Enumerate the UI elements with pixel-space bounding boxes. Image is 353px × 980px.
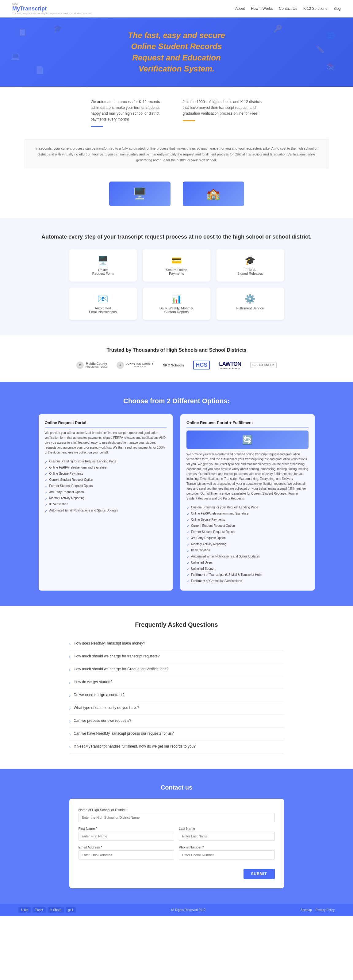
faq-item[interactable]: ›What type of data security do you have? <box>69 702 284 715</box>
logo-hcs: HCS <box>193 361 210 369</box>
faq-list: ›How does NeedMyTranscript make money?›H… <box>69 638 284 753</box>
faq-item[interactable]: ›How do we get started? <box>69 676 284 689</box>
option-portal-desc: We provide you with a customized branded… <box>45 431 167 455</box>
faq-arrow-icon: › <box>69 693 71 698</box>
faq-item[interactable]: ›Can we process our own requests? <box>69 715 284 728</box>
logo-nkc-text: NKC Schools <box>163 363 184 367</box>
option-fulfillment-desc: We provide you with a customized branded… <box>186 452 308 501</box>
faq-arrow-icon: › <box>69 706 71 711</box>
intro-left-text: We automate the process for K-12 records… <box>91 99 170 123</box>
faq-question[interactable]: Can we have NeedMyTranscript process our… <box>74 731 173 736</box>
lawton-sub: PUBLIC SCHOOLS <box>219 368 241 369</box>
phone-input[interactable] <box>179 850 275 859</box>
footer-social: f LikeTweetin Shareg+1 <box>18 907 76 913</box>
nav-link-contact-us[interactable]: Contact Us <box>279 6 297 11</box>
feature-label: OnlineRequest Form <box>74 268 132 275</box>
phone-group: Phone Number * <box>179 845 275 859</box>
navbar: New MyTranscript The fast, easy and secu… <box>0 0 353 18</box>
feature-card: 📊 Daily, Weekly, Monthly,Custom Reports <box>143 288 210 320</box>
submit-button[interactable]: SUBMIT <box>243 869 275 879</box>
portal-item-text: 3rd Party Request Option <box>49 490 84 494</box>
email-input[interactable] <box>78 850 175 859</box>
feature-label: AutomatedEmail Notifications <box>74 306 132 314</box>
submit-row: SUBMIT <box>78 869 275 879</box>
portal-item-text: Custom Branding for your Request Landing… <box>49 460 116 463</box>
nav-link-k-12-solutions[interactable]: K-12 Solutions <box>303 6 327 11</box>
option-fulfillment-list: ✓Custom Branding for your Request Landin… <box>186 505 308 584</box>
options-grid: Online Request Portal We provide you wit… <box>39 414 315 590</box>
check-icon: ✓ <box>45 497 48 501</box>
nav-link-blog[interactable]: Blog <box>333 6 341 11</box>
check-icon: ✓ <box>45 509 48 513</box>
fulfillment-item-text: Unlimited Users <box>191 561 213 564</box>
social-button-f-like[interactable]: f Like <box>18 907 31 913</box>
faq-question[interactable]: Can we process our own requests? <box>74 718 131 723</box>
footer-link-sitemap[interactable]: Sitemap <box>301 908 312 912</box>
portal-list-item: ✓Former Student Request Option <box>45 483 167 489</box>
faq-question[interactable]: How does NeedMyTranscript make money? <box>74 641 145 646</box>
name-row: First Name * Last Name <box>78 827 275 845</box>
fulfillment-item-text: Online FERPA release form and Signature <box>191 512 248 515</box>
fulfillment-list-item: ✓Unlimited Support <box>186 566 308 572</box>
fulfillment-item-text: Former Student Request Option <box>191 530 235 533</box>
illustrations-row: 🖥️ 🏫 <box>0 178 353 218</box>
faq-item[interactable]: ›How does NeedMyTranscript make money? <box>69 638 284 651</box>
intro-right-divider <box>183 120 195 121</box>
social-button-in-share[interactable]: in Share <box>48 907 64 913</box>
feature-card: 📧 AutomatedEmail Notifications <box>69 288 137 320</box>
faq-question[interactable]: If NeedMyTranscript handles fulfillment,… <box>74 744 196 748</box>
option-portal-list: ✓Custom Branding for your Request Landin… <box>45 459 167 514</box>
faq-question[interactable]: Do we need to sign a contract? <box>74 693 124 697</box>
illustration-left: 🖥️ <box>109 181 170 206</box>
hero-heading-italic: The fast, easy and secure <box>128 31 225 40</box>
check-icon: ✓ <box>186 543 189 547</box>
option-fulfillment-card: Online Request Portal + Fulfillment 🔄 We… <box>180 414 315 590</box>
faq-question[interactable]: How much should we charge for transcript… <box>74 654 159 658</box>
footer-link-privacy-policy[interactable]: Privacy Policy <box>316 908 335 912</box>
intro-left: We automate the process for K-12 records… <box>91 99 170 127</box>
check-icon: ✓ <box>186 573 189 578</box>
fulfillment-list-item: ✓Current Student Request Option <box>186 523 308 529</box>
first-label: First Name * <box>78 827 175 830</box>
faq-item[interactable]: ›How much should we charge for transcrip… <box>69 651 284 663</box>
fulfillment-list-item: ✓Online Secure Payments <box>186 517 308 523</box>
hero-heading: The fast, easy and secure Online Student… <box>128 30 225 75</box>
faq-arrow-icon: › <box>69 719 71 724</box>
fulfillment-list-item: ✓Unlimited Users <box>186 560 308 566</box>
fulfillment-list-item: ✓ID Verification <box>186 548 308 554</box>
faq-item[interactable]: ›If NeedMyTranscript handles fulfillment… <box>69 741 284 753</box>
last-name-input[interactable] <box>179 832 275 841</box>
feature-card: 🎓 FERPASigned Releases <box>216 249 284 282</box>
faq-item[interactable]: ›Can we have NeedMyTranscript process ou… <box>69 728 284 741</box>
faq-question[interactable]: How much should we charge for Graduation… <box>74 667 169 671</box>
faq-question[interactable]: How do we get started? <box>74 680 112 684</box>
fulfillment-item-text: 3rd Party Request Option <box>191 536 226 540</box>
first-name-input[interactable] <box>78 832 175 841</box>
logo-jc-text: JOHNSTON COUNTY SCHOOLS <box>126 362 153 368</box>
social-button-tweet[interactable]: Tweet <box>32 907 46 913</box>
check-icon: ✓ <box>186 561 189 565</box>
logo-sub: The fast, easy and secure way to request… <box>12 12 92 15</box>
fulfillment-item-text: ID Verification <box>191 549 210 552</box>
description-text: In seconds, your current process can be … <box>34 146 319 163</box>
nav-link-how-it-works[interactable]: How It Works <box>251 6 273 11</box>
last-label: Last Name <box>179 827 275 830</box>
nav-link-about[interactable]: About <box>235 6 245 11</box>
fulfillment-list-item: ✓Fulfillment of Graduation Verifications <box>186 578 308 584</box>
phone-label: Phone Number * <box>179 845 275 849</box>
faq-item[interactable]: ›How much should we charge for Graduatio… <box>69 663 284 676</box>
feature-label: Fulfillment Service <box>221 306 279 310</box>
check-icon: ✓ <box>186 579 189 584</box>
fulfillment-item-text: Online Secure Payments <box>191 518 225 521</box>
social-button-g+1[interactable]: g+1 <box>66 907 76 913</box>
feature-label: FERPASigned Releases <box>221 268 279 275</box>
school-input[interactable] <box>78 813 275 822</box>
intro-right: Join the 1000s of high schools and K-12 … <box>183 99 262 127</box>
faq-question[interactable]: What type of data security do you have? <box>74 706 139 710</box>
faq-item[interactable]: ›Do we need to sign a contract? <box>69 689 284 702</box>
fulfillment-list-item: ✓Former Student Request Option <box>186 529 308 535</box>
description-box: In seconds, your current process can be … <box>25 139 328 169</box>
hero-heading-rest: Online Student RecordsRequest and Educat… <box>131 42 222 73</box>
portal-list-item: ✓Current Student Request Option <box>45 477 167 483</box>
faq-arrow-icon: › <box>69 654 71 659</box>
